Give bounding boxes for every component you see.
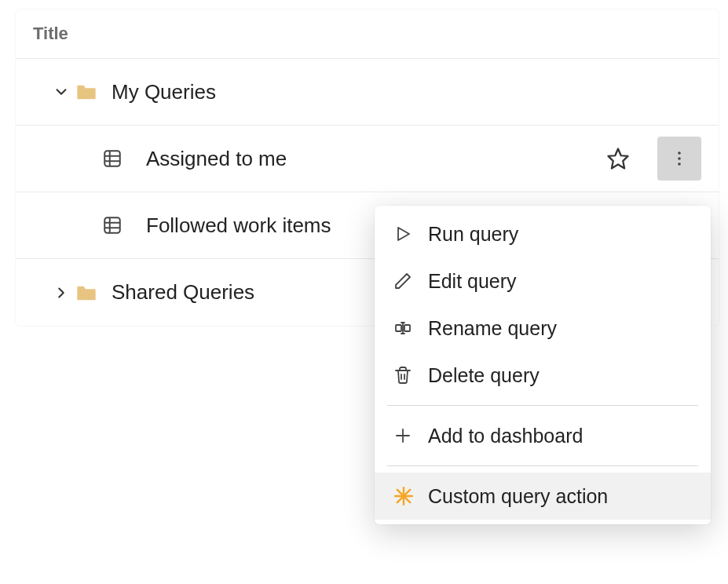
menu-item-custom-query-action[interactable]: Custom query action bbox=[375, 473, 711, 520]
svg-rect-8 bbox=[104, 217, 120, 233]
column-header-title-text: Title bbox=[33, 24, 68, 43]
folder-icon bbox=[75, 283, 101, 302]
svg-rect-13 bbox=[396, 325, 401, 331]
query-icon bbox=[102, 215, 127, 235]
menu-item-label: Edit query bbox=[428, 270, 517, 293]
more-actions-button[interactable] bbox=[657, 137, 701, 181]
svg-point-5 bbox=[678, 151, 681, 155]
column-header-title: Title bbox=[16, 9, 719, 59]
folder-icon bbox=[75, 82, 101, 101]
menu-item-label: Add to dashboard bbox=[428, 425, 583, 447]
menu-item-delete-query[interactable]: Delete query bbox=[375, 352, 711, 399]
query-row-assigned-to-me[interactable]: Assigned to me bbox=[16, 126, 719, 192]
menu-item-add-to-dashboard[interactable]: Add to dashboard bbox=[375, 412, 711, 459]
play-icon bbox=[393, 224, 428, 243]
query-label: Assigned to me bbox=[146, 147, 287, 171]
svg-point-6 bbox=[678, 157, 681, 160]
query-label: Followed work items bbox=[146, 214, 331, 238]
query-icon bbox=[102, 148, 127, 169]
plus-icon bbox=[393, 426, 428, 445]
menu-item-label: Custom query action bbox=[428, 485, 608, 508]
menu-item-label: Run query bbox=[428, 223, 518, 246]
menu-separator bbox=[387, 405, 698, 406]
trash-icon bbox=[393, 366, 428, 385]
menu-separator bbox=[387, 465, 698, 466]
spark-icon bbox=[393, 486, 428, 506]
menu-item-label: Rename query bbox=[428, 317, 557, 340]
chevron-right-icon[interactable] bbox=[47, 284, 75, 301]
menu-item-edit-query[interactable]: Edit query bbox=[375, 257, 711, 305]
svg-point-7 bbox=[678, 162, 681, 166]
context-menu: Run query Edit query Rename query Delete… bbox=[375, 206, 711, 524]
row-actions bbox=[596, 137, 701, 181]
pencil-icon bbox=[393, 272, 428, 290]
folder-row-my-queries[interactable]: My Queries bbox=[16, 59, 719, 126]
menu-item-label: Delete query bbox=[428, 364, 540, 387]
svg-marker-4 bbox=[609, 149, 628, 169]
svg-rect-0 bbox=[104, 151, 120, 166]
chevron-down-icon[interactable] bbox=[47, 83, 75, 100]
favorite-button[interactable] bbox=[596, 137, 640, 181]
menu-item-rename-query[interactable]: Rename query bbox=[375, 305, 711, 352]
rename-icon bbox=[393, 319, 428, 338]
folder-label: Shared Queries bbox=[112, 280, 254, 305]
menu-item-run-query[interactable]: Run query bbox=[375, 210, 711, 257]
folder-label: My Queries bbox=[112, 80, 216, 104]
svg-rect-14 bbox=[404, 325, 410, 331]
svg-marker-12 bbox=[398, 228, 409, 240]
